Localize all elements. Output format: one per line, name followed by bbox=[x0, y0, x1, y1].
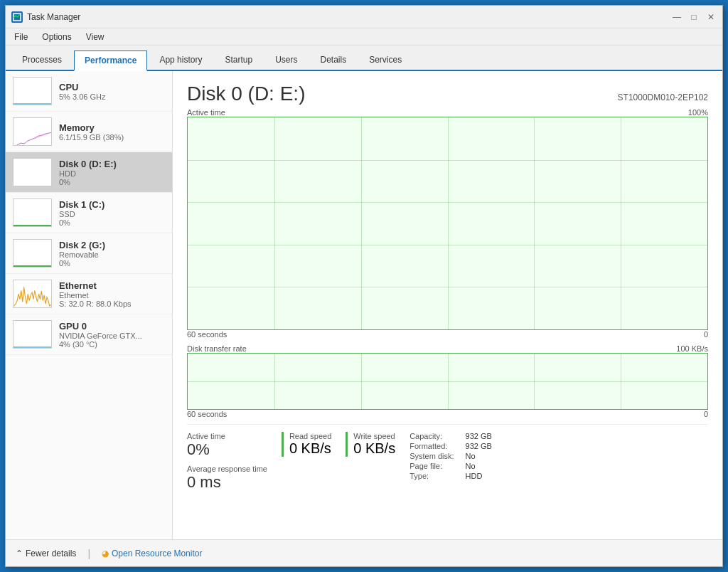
gpu0-stats: 4% (30 °C) bbox=[59, 340, 142, 349]
chart2-bottom-labels: 60 seconds 0 bbox=[187, 410, 708, 418]
window-controls: — □ ✕ bbox=[671, 11, 717, 23]
window-title: Task Manager bbox=[27, 12, 80, 22]
open-resource-monitor-button[interactable]: ◕ Open Resource Monitor bbox=[102, 549, 202, 558]
active-time-label: Active time bbox=[187, 432, 267, 440]
sidebar-item-gpu0[interactable]: GPU 0 NVIDIA GeForce GTX... 4% (30 °C) bbox=[6, 314, 172, 355]
sidebar-item-memory[interactable]: Memory 6.1/15.9 GB (38%) bbox=[6, 112, 172, 152]
memory-stats: 6.1/15.9 GB (38%) bbox=[59, 133, 124, 142]
type-val: HDD bbox=[466, 472, 492, 480]
tab-processes[interactable]: Processes bbox=[11, 50, 73, 70]
chart2-bottom-left: 60 seconds bbox=[187, 410, 227, 418]
write-speed-value: 0 KB/s bbox=[353, 440, 395, 457]
system-disk-key: System disk: bbox=[410, 452, 454, 460]
ethernet-stats: S: 32.0 R: 88.0 Kbps bbox=[59, 300, 132, 308]
chart1-top-right: 100% bbox=[688, 108, 708, 117]
chart1-bottom-labels: 60 seconds 0 bbox=[187, 330, 708, 339]
tab-services[interactable]: Services bbox=[358, 50, 412, 70]
ethernet-name: Ethernet bbox=[59, 280, 132, 291]
disk1-usage: 0% bbox=[59, 218, 105, 227]
chart2-bottom-right: 0 bbox=[704, 410, 708, 418]
detail-grid: Capacity: 932 GB Formatted: 932 GB Syste… bbox=[410, 432, 492, 492]
read-speed-label: Read speed bbox=[289, 432, 331, 440]
ethernet-type: Ethernet bbox=[59, 291, 132, 300]
disk-title: Disk 0 (D: E:) bbox=[187, 83, 305, 105]
stat-group-speeds: Read speed 0 KB/s Write speed 0 KB/s bbox=[282, 432, 395, 492]
menu-options[interactable]: Options bbox=[39, 31, 74, 43]
read-write-group: Read speed 0 KB/s Write speed 0 KB/s bbox=[282, 432, 395, 457]
chart1-section: Active time 100% bbox=[187, 108, 708, 339]
disk1-name: Disk 1 (C:) bbox=[59, 199, 105, 210]
stat-active-time: Active time 0% bbox=[187, 432, 267, 459]
tab-performance[interactable]: Performance bbox=[74, 51, 147, 71]
sidebar-item-disk0[interactable]: Disk 0 (D: E:) HDD 0% bbox=[6, 152, 172, 193]
disk2-thumbnail bbox=[13, 239, 52, 268]
memory-thumbnail bbox=[13, 117, 52, 146]
page-file-val: No bbox=[466, 462, 492, 470]
chart1-bottom-left: 60 seconds bbox=[187, 330, 227, 339]
sidebar-item-disk1[interactable]: Disk 1 (C:) SSD 0% bbox=[6, 193, 172, 233]
avg-response-value: 0 ms bbox=[187, 473, 267, 492]
disk-model: ST1000DM010-2EP102 bbox=[618, 92, 708, 102]
gpu0-name: GPU 0 bbox=[59, 321, 142, 332]
disk2-type: Removable bbox=[59, 250, 105, 259]
disk0-usage: 0% bbox=[59, 178, 117, 186]
tab-users[interactable]: Users bbox=[264, 50, 308, 70]
restore-button[interactable]: □ bbox=[688, 11, 700, 23]
disk0-name: Disk 0 (D: E:) bbox=[59, 159, 117, 169]
cpu-name: CPU bbox=[59, 82, 105, 92]
avg-response-label: Average response time bbox=[187, 465, 267, 473]
formatted-val: 932 GB bbox=[466, 442, 492, 450]
menubar: File Options View bbox=[6, 28, 722, 46]
tab-details[interactable]: Details bbox=[309, 50, 357, 70]
disk0-type: HDD bbox=[59, 169, 117, 178]
disk0-thumbnail bbox=[13, 158, 52, 186]
chart2-grid bbox=[188, 354, 707, 409]
tabbar: Processes Performance App history Startu… bbox=[6, 46, 722, 71]
disk1-type: SSD bbox=[59, 210, 105, 218]
footer: ⌃ Fewer details | ◕ Open Resource Monito… bbox=[6, 539, 722, 566]
read-speed-value: 0 KB/s bbox=[289, 440, 331, 457]
type-key: Type: bbox=[410, 472, 454, 480]
main-panel: Disk 0 (D: E:) ST1000DM010-2EP102 Active… bbox=[173, 71, 722, 539]
sidebar: CPU 5% 3.06 GHz Memory 6.1/15.9 GB (38%) bbox=[6, 71, 173, 539]
chevron-up-icon: ⌃ bbox=[16, 549, 23, 558]
app-icon bbox=[11, 11, 23, 23]
read-speed-item: Read speed 0 KB/s bbox=[282, 432, 331, 457]
stats-section: Active time 0% Average response time 0 m… bbox=[187, 424, 708, 492]
open-resmon-label: Open Resource Monitor bbox=[112, 549, 202, 558]
disk1-thumbnail bbox=[13, 198, 52, 227]
stat-avg-response: Average response time 0 ms bbox=[187, 465, 267, 492]
gpu0-thumbnail bbox=[13, 320, 52, 349]
system-disk-val: No bbox=[466, 452, 492, 460]
chart2-section: Disk transfer rate 100 KB/s bbox=[187, 344, 708, 418]
cpu-thumbnail bbox=[13, 77, 52, 105]
stat-group-active: Active time 0% Average response time 0 m… bbox=[187, 432, 267, 492]
minimize-button[interactable]: — bbox=[671, 11, 682, 23]
chart1-grid bbox=[188, 117, 707, 329]
memory-name: Memory bbox=[59, 122, 124, 133]
tab-app-history[interactable]: App history bbox=[149, 50, 213, 70]
menu-view[interactable]: View bbox=[83, 31, 107, 43]
write-speed-label: Write speed bbox=[353, 432, 395, 440]
chart1-bottom-right: 0 bbox=[704, 330, 708, 339]
chart2-top-right: 100 KB/s bbox=[676, 344, 708, 353]
sidebar-item-disk2[interactable]: Disk 2 (G:) Removable 0% bbox=[6, 233, 172, 274]
chart2-labels: Disk transfer rate 100 KB/s bbox=[187, 344, 708, 353]
resmon-icon: ◕ bbox=[102, 549, 109, 558]
main-header: Disk 0 (D: E:) ST1000DM010-2EP102 bbox=[187, 83, 708, 105]
chart1-container bbox=[187, 117, 708, 330]
menu-file[interactable]: File bbox=[11, 31, 31, 43]
sidebar-item-cpu[interactable]: CPU 5% 3.06 GHz bbox=[6, 71, 172, 112]
fewer-details-button[interactable]: ⌃ Fewer details bbox=[16, 549, 76, 558]
sidebar-item-ethernet[interactable]: Ethernet Ethernet S: 32.0 R: 88.0 Kbps bbox=[6, 274, 172, 314]
formatted-key: Formatted: bbox=[410, 442, 454, 450]
titlebar: Task Manager — □ ✕ bbox=[6, 6, 722, 28]
footer-separator: | bbox=[87, 548, 90, 559]
disk2-usage: 0% bbox=[59, 259, 105, 268]
disk2-name: Disk 2 (G:) bbox=[59, 240, 105, 250]
close-button[interactable]: ✕ bbox=[705, 11, 717, 23]
page-file-key: Page file: bbox=[410, 462, 454, 470]
chart1-labels: Active time 100% bbox=[187, 108, 708, 117]
tab-startup[interactable]: Startup bbox=[214, 50, 263, 70]
content-area: CPU 5% 3.06 GHz Memory 6.1/15.9 GB (38%) bbox=[6, 71, 722, 539]
